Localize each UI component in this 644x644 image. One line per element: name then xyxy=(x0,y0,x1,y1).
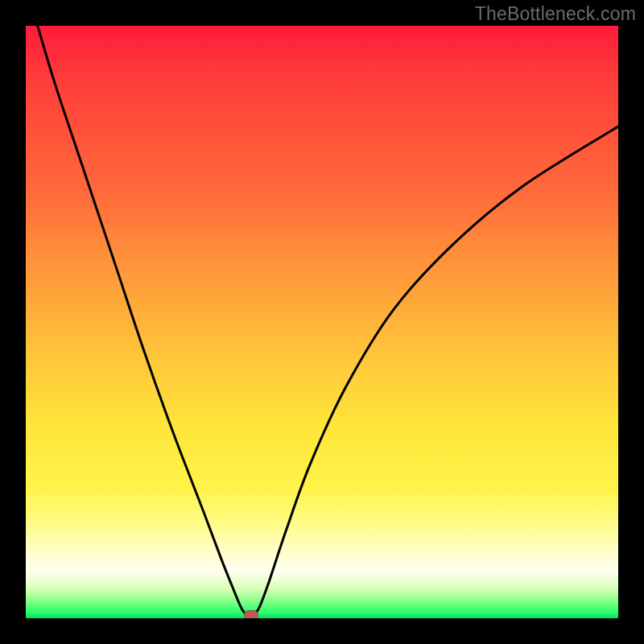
chart-frame: TheBottleneck.com xyxy=(0,0,644,644)
watermark-text: TheBottleneck.com xyxy=(475,3,636,25)
bottleneck-curve xyxy=(26,26,618,618)
optimal-point-marker xyxy=(244,610,258,618)
plot-area xyxy=(26,26,618,618)
